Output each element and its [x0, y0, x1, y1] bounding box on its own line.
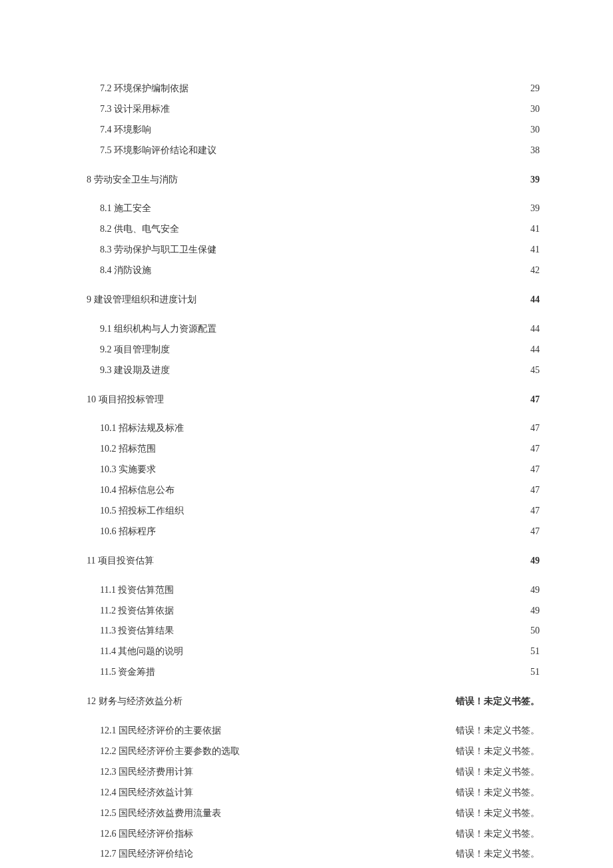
- toc-leader-dots: [224, 724, 453, 733]
- toc-leader-dots: [243, 745, 453, 754]
- toc-entry: 9.2 项目管理制度44: [100, 341, 540, 358]
- toc-leader-dots: [159, 442, 528, 452]
- toc-leader-dots: [154, 123, 528, 133]
- toc-leader-dots: [186, 645, 528, 654]
- toc-page: 39: [530, 171, 540, 189]
- toc-entry: 11.3 投资估算结果50: [100, 622, 540, 640]
- toc-label: 8.3 劳动保护与职工卫生保健: [100, 241, 217, 258]
- toc-page: 29: [530, 80, 540, 97]
- toc-leader-dots: [167, 393, 528, 402]
- toc-page: 错误！未定义书签。: [456, 763, 540, 781]
- toc-entry: 11.2 投资估算依据49: [100, 602, 540, 620]
- toc-leader-dots: [219, 144, 528, 153]
- toc-label: 11.4 其他问题的说明: [100, 643, 183, 660]
- toc-leader-dots: [219, 322, 528, 332]
- toc-label: 10.3 实施要求: [100, 461, 156, 478]
- toc-page: 50: [530, 622, 540, 640]
- toc-label: 11.3 投资估算结果: [100, 622, 174, 640]
- toc-page: 44: [530, 320, 540, 338]
- toc-page: 47: [530, 461, 540, 478]
- toc-entry: 12.7 国民经济评价结论错误！未定义书签。: [100, 845, 540, 863]
- toc-entry: 9.3 建设期及进度45: [100, 362, 540, 379]
- toc-label: 7.3 设计采用标准: [100, 101, 170, 118]
- toc-leader-dots: [187, 422, 528, 431]
- toc-entry: 7.5 环境影响评价结论和建议38: [100, 142, 540, 159]
- toc-leader-dots: [191, 82, 528, 91]
- toc-label: 9.1 组织机构与人力资源配置: [100, 320, 217, 338]
- toc-page: 47: [530, 440, 540, 458]
- toc-leader-dots: [224, 807, 453, 816]
- toc-page: 错误！未定义书签。: [456, 825, 540, 843]
- toc-entry: 8.4 消防设施42: [100, 262, 540, 279]
- toc-label: 11.2 投资估算依据: [100, 602, 174, 620]
- toc-entry: 10.5 招投标工作组织47: [100, 502, 540, 520]
- toc-leader-dots: [181, 173, 528, 183]
- toc-page: 42: [530, 262, 540, 279]
- toc-page: 51: [530, 663, 540, 681]
- toc-entry: 8 劳动安全卫生与消防39: [87, 171, 540, 189]
- toc-page: 49: [530, 552, 540, 570]
- toc-entry: 10.3 实施要求47: [100, 461, 540, 478]
- toc-label: 10.4 招标信息公布: [100, 482, 175, 499]
- toc-leader-dots: [177, 624, 528, 634]
- toc-entry: 11.5 资金筹措51: [100, 663, 540, 681]
- toc-page: 49: [530, 602, 540, 620]
- toc-label: 12.7 国民经济评价结论: [100, 845, 193, 863]
- toc-label: 8.4 消防设施: [100, 262, 151, 279]
- toc-entry: 12.5 国民经济效益费用流量表错误！未定义书签。: [100, 805, 540, 822]
- toc-entry: 10.6 招标程序47: [100, 523, 540, 540]
- toc-page: 49: [530, 582, 540, 599]
- toc-leader-dots: [177, 484, 528, 493]
- toc-label: 7.2 环境保护编制依据: [100, 80, 189, 97]
- toc-page: 47: [530, 523, 540, 540]
- toc-leader-dots: [177, 604, 528, 614]
- toc-leader-dots: [219, 243, 528, 252]
- toc-entry: 9 建设管理组织和进度计划44: [87, 291, 540, 308]
- toc-leader-dots: [158, 665, 528, 675]
- toc-entry: 12.6 国民经济评价指标错误！未定义书签。: [100, 825, 540, 843]
- toc-label: 10.6 招标程序: [100, 523, 156, 540]
- toc-page: 错误！未定义书签。: [456, 722, 540, 739]
- toc-entry: 10.2 招标范围47: [100, 440, 540, 458]
- toc-page: 47: [530, 420, 540, 437]
- toc-label: 10.1 招标法规及标准: [100, 420, 184, 437]
- toc-leader-dots: [196, 827, 453, 837]
- toc-label: 12 财务与经济效益分析: [87, 693, 183, 710]
- table-of-contents: 7.2 环境保护编制依据297.3 设计采用标准307.4 环境影响307.5 …: [87, 80, 540, 868]
- toc-leader-dots: [173, 364, 528, 373]
- toc-page: 44: [530, 341, 540, 358]
- toc-label: 10.5 招投标工作组织: [100, 502, 184, 520]
- toc-label: 7.5 环境影响评价结论和建议: [100, 142, 217, 159]
- toc-entry: 7.4 环境影响30: [100, 121, 540, 139]
- toc-page: 错误！未定义书签。: [456, 693, 540, 710]
- toc-entry: 12.4 国民经济效益计算错误！未定义书签。: [100, 784, 540, 801]
- toc-page: 38: [530, 142, 540, 159]
- toc-page: 47: [530, 502, 540, 520]
- toc-page: 47: [530, 482, 540, 499]
- toc-leader-dots: [199, 293, 528, 302]
- toc-page: 30: [530, 121, 540, 139]
- toc-page: 41: [530, 220, 540, 238]
- toc-leader-dots: [154, 202, 528, 211]
- toc-label: 12.6 国民经济评价指标: [100, 825, 193, 843]
- toc-leader-dots: [159, 525, 528, 534]
- toc-entry: 9.1 组织机构与人力资源配置44: [100, 320, 540, 338]
- toc-entry: 12 财务与经济效益分析错误！未定义书签。: [87, 693, 540, 710]
- toc-entry: 12.2 国民经济评价主要参数的选取错误！未定义书签。: [100, 743, 540, 760]
- toc-label: 11.1 投资估算范围: [100, 582, 174, 599]
- toc-entry: 10.1 招标法规及标准47: [100, 420, 540, 437]
- toc-page: 错误！未定义书签。: [456, 805, 540, 822]
- toc-page: 错误！未定义书签。: [456, 784, 540, 801]
- toc-page: 30: [530, 101, 540, 118]
- toc-leader-dots: [187, 504, 528, 514]
- toc-label: 12.3 国民经济费用计算: [100, 763, 193, 781]
- toc-entry: 7.3 设计采用标准30: [100, 101, 540, 118]
- toc-page: 51: [530, 643, 540, 660]
- toc-entry: 7.2 环境保护编制依据29: [100, 80, 540, 97]
- toc-page: 41: [530, 241, 540, 258]
- toc-page: 39: [530, 200, 540, 217]
- toc-label: 9.2 项目管理制度: [100, 341, 170, 358]
- toc-label: 10 项目招投标管理: [87, 391, 164, 408]
- toc-leader-dots: [185, 695, 454, 704]
- toc-leader-dots: [157, 554, 528, 564]
